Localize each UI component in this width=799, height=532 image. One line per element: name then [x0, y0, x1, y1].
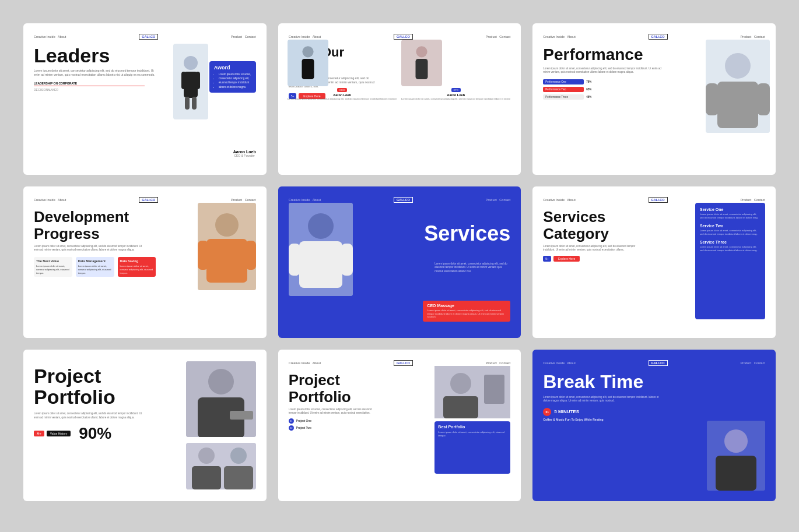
nav-about: About [567, 35, 575, 38]
pp2-img-top-silhouette-icon [434, 366, 510, 418]
nav-contact: Contact [499, 198, 510, 202]
award-item-1: Lorem ipsum dolor sit amet, [219, 72, 251, 76]
card-1-text: Lorem ipsum dolor sit amet, conseur adip… [36, 265, 70, 274]
nav-brand: GALI.CO [139, 34, 158, 40]
slide-2-nav: Creative Inside About GALI.CO Product Co… [289, 34, 511, 40]
nav-creative: Creative Inside [543, 35, 565, 38]
card-1-title: The Best Value [36, 259, 70, 264]
svg-rect-3 [195, 72, 200, 89]
perf-label-2: Performance Two [543, 87, 584, 92]
nav-right: Product Contact [740, 361, 765, 365]
card-2: Data Management Lorem ipsum dolor sit am… [76, 257, 114, 277]
nav-brand: GALI.CO [649, 197, 668, 203]
sc-body: Lorem ipsum dolor sit amet, consectetur … [543, 245, 643, 252]
proj-label-2: Project Two [296, 426, 311, 429]
nav-about: About [58, 35, 66, 38]
nav-creative: Creative Inside [289, 361, 310, 365]
pp2-img-grid: Best Portfolio Lorem ipsum dolor sit ame… [434, 366, 510, 474]
s3-text: Lorem ipsum dolor sit amet, consectetur … [700, 245, 761, 252]
break-body: Lorem ipsum dolor sit amet, consectetur … [543, 396, 665, 403]
nav-about: About [313, 35, 321, 38]
dev-title: Development Progress [34, 209, 145, 242]
timer-num: 01 [543, 408, 551, 416]
services-person-photo [289, 203, 353, 296]
svg-rect-28 [230, 411, 253, 420]
perf-person-silhouette-icon [706, 40, 770, 133]
nav-contact: Contact [245, 198, 256, 202]
member-1-name: Aaron Loeb [288, 93, 397, 97]
perf-bar-1: Performance One 78% [543, 79, 665, 84]
pp2-img-top [434, 366, 510, 418]
nav-left: Creative Inside About [543, 198, 575, 202]
s2-text: Lorem ipsum dolor sit amet, consectetur … [700, 229, 761, 235]
nav-right: Product Contact [231, 35, 256, 38]
leaders-body: Lorem ipsum dolor sit amet, consectetur … [34, 69, 156, 77]
services-body: Lorem ipsum dolor sit amet, consectetur … [434, 262, 510, 273]
perf-body: Lorem ipsum dolor sit amet, consectetur … [543, 67, 665, 75]
svg-point-32 [230, 448, 247, 464]
nav-brand: GALI.CO [649, 360, 668, 366]
svg-rect-12 [717, 82, 758, 128]
member-1-text: Lorem ipsum dolor sit amet, consectetur … [288, 97, 397, 101]
break-person-silhouette-icon [707, 421, 765, 491]
sc-title: Services Category [543, 209, 643, 242]
slide-6-nav: Creative Inside About GALI.CO Product Co… [543, 197, 765, 203]
proj-item-2: 02 Project Two [289, 425, 382, 431]
award-box: Aword Lorem ipsum dolor sit amet, consec… [209, 61, 256, 93]
nav-left: Creative Inside About [34, 35, 66, 38]
slide-8-nav: Creative Inside About GALI.CO Product Co… [289, 360, 511, 366]
perf-title: Performance [543, 45, 665, 64]
nav-product: Product [231, 35, 242, 38]
nav-creative: Creative Inside [34, 198, 55, 202]
svg-rect-2 [181, 72, 186, 89]
slide-meet-team: Creative Inside About GALI.CO Product Co… [278, 23, 521, 175]
pp2-title1: Project [289, 371, 340, 389]
ceo-text: Lorem ipsum dolor sit amet, consectetur … [427, 309, 506, 319]
svg-rect-9 [416, 59, 428, 79]
perf-pct-1: 78% [586, 80, 591, 83]
dev-body: Lorem ipsum dolor sit amet, consectetur … [34, 245, 145, 252]
dev-cards: The Best Value Lorem ipsum dolor sit ame… [34, 257, 156, 277]
nav-right: Product Contact [486, 35, 511, 38]
nav-product: Product [486, 361, 497, 365]
nav-left: Creative Inside About [34, 198, 66, 202]
svg-point-16 [215, 213, 239, 237]
services-title: Services [424, 221, 510, 246]
leaders-label1: LEADERSHIP ON CORPORATE [34, 82, 145, 86]
sc-explore-label[interactable]: Explore Here [553, 256, 580, 262]
award-list: Lorem ipsum dolor sit amet, consectetur … [214, 72, 251, 89]
nav-right: Product Contact [231, 198, 256, 202]
svg-rect-40 [716, 456, 756, 491]
slide-grid: Creative Inside About GALI.CO Product Co… [23, 23, 776, 501]
dev-person-photo [198, 203, 256, 290]
nav-left: Creative Inside About [289, 35, 321, 38]
card-2-text: Lorem ipsum dolor sit amet, conseur adip… [78, 265, 112, 274]
nav-brand: GALI.CO [394, 197, 413, 203]
team-members: COO Aaron Loeb Lorem ipsum dolor sit ame… [288, 40, 510, 101]
nav-left: Creative Inside About [543, 361, 575, 365]
slide-1-nav: Creative Inside About GALI.CO Product Co… [34, 34, 256, 40]
break-person-photo [707, 421, 765, 491]
best-text: Lorem ipsum dolor sit amet, consectetur … [438, 431, 507, 437]
nav-about: About [58, 198, 66, 202]
pp1-person-2 [186, 443, 256, 489]
person-info: Aaron Loeb CEO & Founder [233, 150, 256, 157]
nav-contact: Contact [754, 198, 765, 202]
slide-portfolio-1: Project Portfolio Lorem ipsum dolor sit … [23, 350, 267, 501]
svg-rect-5 [192, 97, 197, 110]
nav-creative: Creative Inside [34, 35, 55, 38]
nav-contact: Contact [499, 361, 510, 365]
dev-person-silhouette-icon [198, 203, 256, 290]
slide-performance: Creative Inside About GALI.CO Product Co… [532, 23, 776, 175]
nav-creative: Creative Inside [289, 198, 310, 202]
nav-brand: GALI.CO [394, 34, 413, 40]
svg-rect-14 [757, 83, 770, 115]
nav-about: About [313, 361, 321, 365]
break-title: Break Time [543, 372, 676, 392]
s3-title: Service Three [700, 240, 761, 244]
svg-rect-17 [206, 239, 247, 283]
slide-5-nav: Creative Inside About GALI.CO Product Co… [289, 197, 511, 203]
pp1-title2: Portfolio [34, 386, 115, 408]
person-name: Aaron Loeb [233, 150, 256, 154]
svg-rect-13 [706, 83, 719, 115]
